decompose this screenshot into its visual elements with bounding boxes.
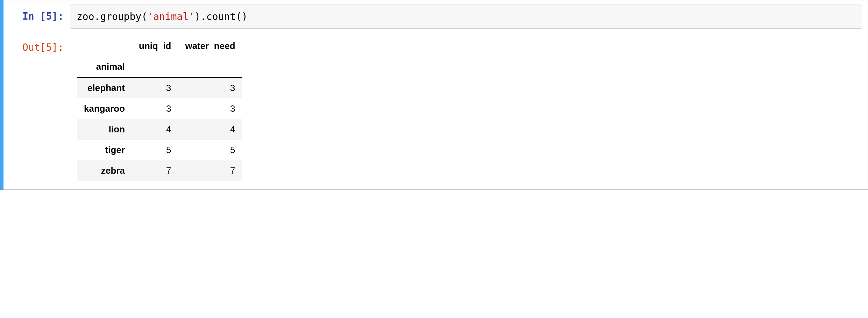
notebook-cell: In [5]: zoo.groupby('animal').count() Ou… [0, 0, 868, 190]
table-row: zebra 7 7 [77, 160, 242, 181]
prompt-out-number: 5 [46, 42, 52, 53]
code-token-string: 'animal' [147, 11, 194, 22]
table-row: tiger 5 5 [77, 140, 242, 160]
table-cell: 5 [178, 140, 242, 160]
table-cell: 3 [178, 77, 242, 98]
code-input[interactable]: zoo.groupby('animal').count() [70, 5, 862, 29]
table-cell: 5 [132, 140, 178, 160]
table-row-index: kangaroo [77, 98, 132, 119]
table-row-index: tiger [77, 140, 132, 160]
table-row-index: elephant [77, 77, 132, 98]
table-row-index: zebra [77, 160, 132, 181]
table-cell: 3 [132, 98, 178, 119]
prompt-out-prefix: Out[ [22, 42, 46, 53]
prompt-in-number: 5 [46, 11, 52, 22]
output-area: Out[5]: uniq_id water_need animal [3, 33, 868, 189]
table-cell: 3 [178, 98, 242, 119]
dataframe-table: uniq_id water_need animal elephant 3 [77, 36, 242, 181]
code-token: zoo.groupby( [77, 11, 147, 22]
table-row: elephant 3 3 [77, 77, 242, 98]
table-cell: 4 [132, 119, 178, 140]
table-index-name: animal [77, 56, 132, 77]
table-header-row: uniq_id water_need [77, 36, 242, 56]
prompt-out-suffix: ]: [52, 42, 64, 53]
output-content: uniq_id water_need animal elephant 3 [70, 36, 862, 181]
table-corner-blank [77, 36, 132, 56]
table-column-header: water_need [178, 36, 242, 56]
table-cell: 7 [178, 160, 242, 181]
table-blank-header [178, 56, 242, 77]
input-prompt: In [5]: [3, 5, 70, 23]
table-row: kangaroo 3 3 [77, 98, 242, 119]
table-row: lion 4 4 [77, 119, 242, 140]
prompt-in-suffix: ]: [52, 11, 64, 22]
table-cell: 7 [132, 160, 178, 181]
table-index-name-row: animal [77, 56, 242, 77]
table-cell: 3 [132, 77, 178, 98]
output-prompt: Out[5]: [3, 36, 70, 54]
table-blank-header [132, 56, 178, 77]
prompt-in-prefix: In [ [22, 11, 46, 22]
table-row-index: lion [77, 119, 132, 140]
table-column-header: uniq_id [132, 36, 178, 56]
code-token: ).count() [194, 11, 248, 22]
table-cell: 4 [178, 119, 242, 140]
input-area: In [5]: zoo.groupby('animal').count() [3, 0, 868, 33]
